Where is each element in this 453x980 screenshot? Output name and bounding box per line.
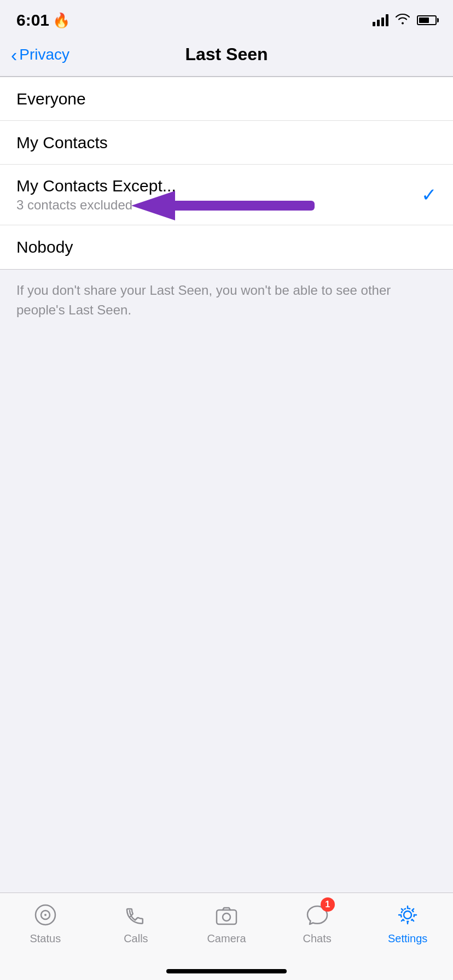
- chats-badge: 1: [321, 897, 335, 912]
- navigation-bar: ‹ Privacy Last Seen: [0, 33, 453, 77]
- wifi-icon: [395, 13, 410, 28]
- checkmark-icon: ✓: [421, 184, 437, 206]
- battery-icon: [417, 15, 437, 25]
- fire-icon: 🔥: [53, 12, 70, 29]
- signal-icon: [373, 14, 388, 26]
- home-indicator: [166, 969, 287, 973]
- status-time: 6:01 🔥: [16, 11, 70, 30]
- status-icon: [31, 901, 60, 929]
- back-button[interactable]: ‹ Privacy: [11, 45, 69, 64]
- options-list: Everyone My Contacts My Contacts Except.…: [0, 77, 453, 270]
- tab-chats-label: Chats: [303, 932, 331, 945]
- tab-calls[interactable]: Calls: [91, 901, 182, 945]
- tab-status[interactable]: Status: [0, 901, 91, 945]
- tab-calls-label: Calls: [124, 932, 148, 945]
- tab-settings-label: Settings: [388, 932, 427, 945]
- status-icons: [373, 13, 437, 28]
- camera-icon: [212, 901, 241, 929]
- page-title: Last Seen: [185, 44, 268, 65]
- tab-chats[interactable]: 1 Chats: [272, 901, 363, 945]
- option-label-nobody: Nobody: [16, 238, 73, 256]
- settings-icon: [393, 901, 422, 929]
- time-display: 6:01: [16, 11, 49, 30]
- tab-settings[interactable]: Settings: [362, 901, 453, 945]
- option-label-my-contacts: My Contacts: [16, 133, 108, 152]
- tab-camera-label: Camera: [207, 932, 246, 945]
- back-label: Privacy: [19, 46, 69, 63]
- chats-icon: 1: [303, 901, 332, 929]
- tab-status-label: Status: [30, 932, 61, 945]
- chevron-left-icon: ‹: [11, 45, 17, 64]
- option-label-everyone: Everyone: [16, 90, 86, 108]
- option-sublabel-my-contacts-except: 3 contacts excluded: [16, 197, 176, 213]
- option-nobody[interactable]: Nobody: [0, 225, 453, 269]
- calls-icon: [121, 901, 150, 929]
- tab-bar: Status Calls Camera 1 Chats: [0, 892, 453, 980]
- svg-point-7: [404, 911, 411, 919]
- svg-rect-5: [217, 910, 236, 924]
- option-my-contacts[interactable]: My Contacts: [0, 121, 453, 165]
- option-label-my-contacts-except: My Contacts Except...: [16, 177, 176, 195]
- info-text: If you don't share your Last Seen, you w…: [0, 270, 453, 331]
- tab-camera[interactable]: Camera: [181, 901, 272, 945]
- svg-point-6: [223, 913, 230, 921]
- svg-point-4: [44, 914, 47, 916]
- option-everyone[interactable]: Everyone: [0, 77, 453, 121]
- option-my-contacts-except[interactable]: My Contacts Except... 3 contacts exclude…: [0, 165, 453, 225]
- status-bar: 6:01 🔥: [0, 0, 453, 33]
